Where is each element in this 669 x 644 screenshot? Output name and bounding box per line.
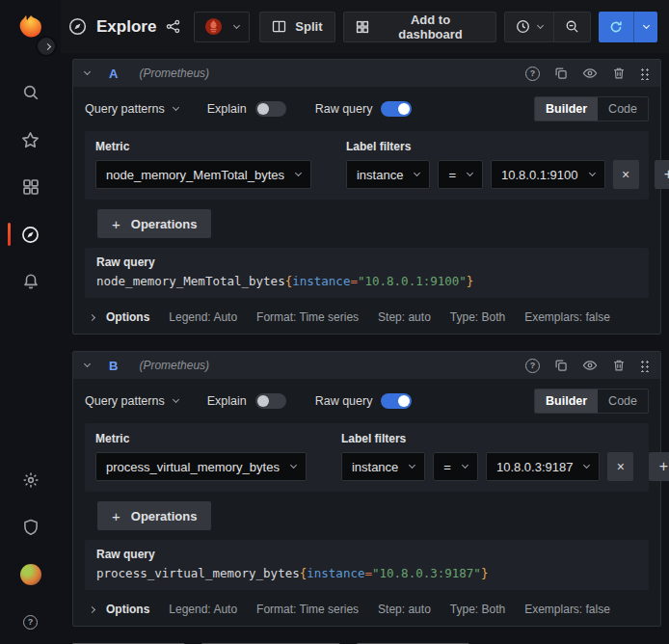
raw-query-title: Raw query [96, 255, 637, 269]
drag-handle-icon[interactable] [640, 359, 649, 372]
add-filter-button[interactable]: + [649, 452, 669, 481]
datasource-help-icon[interactable]: ? [525, 359, 540, 373]
grafana-explore-app: ? Explore [0, 0, 669, 644]
filter-value-select[interactable]: 10.8.0.1:9100 [491, 160, 605, 189]
add-operation-button[interactable]: + Operations [97, 501, 211, 530]
query-row-b: B (Prometheus) ? [72, 351, 661, 627]
chevron-down-icon [643, 21, 650, 28]
query-row-a: A (Prometheus) ? [72, 59, 661, 335]
raw-query-label: Raw query [315, 394, 373, 408]
explain-toggle[interactable] [255, 101, 286, 117]
sidebar-item-explore[interactable] [0, 224, 61, 245]
metric-select[interactable]: process_virtual_memory_bytes [95, 452, 307, 481]
query-ref-id: A [109, 67, 118, 81]
chevron-down-icon [233, 21, 240, 28]
options-collapsed-row[interactable]: Options Legend: Auto Format: Time series… [85, 600, 649, 618]
filter-operator-select[interactable]: = [438, 160, 483, 189]
query-row-b-header[interactable]: B (Prometheus) ? [73, 352, 660, 379]
explain-toggle-wrap: Explain [207, 393, 286, 409]
datasource-help-icon[interactable]: ? [525, 67, 540, 81]
query-header-actions: ? [525, 66, 649, 81]
filter-label-select[interactable]: instance [341, 452, 425, 481]
options-head: Options [88, 603, 149, 616]
options-collapsed-row[interactable]: Options Legend: Auto Format: Time series… [85, 308, 649, 326]
chevron-down-icon [173, 396, 179, 403]
query-builder-panel: Metric process_virtual_memory_bytes Labe… [85, 423, 649, 492]
raw-query-toggle[interactable] [381, 101, 412, 117]
label-filters-label: Label filters [341, 432, 669, 445]
chevron-down-icon [414, 170, 420, 176]
bell-icon [22, 273, 40, 290]
sidebar-item-dashboards[interactable] [0, 176, 61, 198]
add-operation-button[interactable]: + Operations [97, 209, 211, 238]
query-ref-id: B [109, 359, 118, 373]
zoom-out-button[interactable] [553, 13, 590, 41]
time-range-picker[interactable] [505, 13, 553, 41]
duplicate-query-icon[interactable] [554, 359, 568, 372]
query-row-a-header[interactable]: A (Prometheus) ? [73, 60, 660, 87]
remove-query-trash-icon[interactable] [612, 359, 626, 372]
share-icon[interactable] [166, 19, 180, 34]
sidebar: ? [0, 0, 61, 644]
plus-icon: + [664, 166, 669, 183]
refresh-interval-caret[interactable] [633, 12, 657, 42]
query-patterns-dropdown[interactable]: Query patterns [85, 394, 178, 408]
refresh-icon [599, 12, 633, 42]
sidebar-item-help[interactable]: ? [0, 611, 61, 632]
prometheus-logo-icon [204, 17, 223, 36]
query-datasource-name: (Prometheus) [139, 359, 209, 372]
code-tab[interactable]: Code [598, 97, 648, 121]
label-filters-field: Label filters instance = [341, 432, 669, 481]
sidebar-item-starred[interactable] [0, 129, 61, 150]
hide-response-eye-icon[interactable] [582, 358, 598, 373]
remove-filter-button[interactable]: × [613, 160, 639, 189]
chevron-down-icon [583, 462, 590, 469]
sidebar-item-configuration[interactable] [0, 470, 61, 491]
builder-tab[interactable]: Builder [535, 389, 598, 413]
chevron-down-icon [462, 462, 468, 469]
drag-handle-icon[interactable] [640, 67, 649, 80]
metric-select[interactable]: node_memory_MemTotal_bytes [95, 160, 311, 189]
add-to-dashboard-label: Add to dashboard [378, 13, 484, 41]
sidebar-item-profile[interactable] [0, 564, 61, 585]
options-legend: Legend: Auto [169, 603, 237, 616]
run-query-button[interactable] [599, 12, 657, 42]
chevron-down-icon [173, 104, 179, 111]
metric-value: process_virtual_memory_bytes [106, 460, 280, 474]
explain-label: Explain [207, 102, 247, 116]
chevron-down-icon [467, 170, 473, 176]
remove-query-trash-icon[interactable] [612, 67, 626, 80]
add-filter-button[interactable]: + [655, 160, 669, 189]
code-tab[interactable]: Code [598, 389, 648, 413]
operations-label: Operations [131, 217, 198, 231]
query-datasource-name: (Prometheus) [139, 67, 209, 80]
split-button[interactable]: Split [259, 12, 334, 42]
datasource-picker[interactable] [194, 12, 250, 42]
query-builder-panel: Metric node_memory_MemTotal_bytes Label … [85, 131, 649, 200]
sidebar-item-alerting[interactable] [0, 271, 61, 292]
close-icon: × [617, 459, 625, 474]
builder-tab[interactable]: Builder [535, 97, 598, 121]
filter-label-select[interactable]: instance [346, 160, 430, 189]
label-filter-row: instance = 10.8.0.3:9187 [341, 452, 669, 481]
options-type: Type: Both [450, 310, 505, 324]
help-icon: ? [23, 615, 38, 630]
query-patterns-dropdown[interactable]: Query patterns [85, 102, 178, 116]
explain-toggle[interactable] [255, 393, 286, 409]
raw-query-toggle[interactable] [381, 393, 412, 409]
raw-query-toggle-wrap: Raw query [315, 393, 413, 409]
sidebar-expand-button[interactable] [36, 36, 57, 57]
duplicate-query-icon[interactable] [554, 67, 568, 80]
hide-response-eye-icon[interactable] [582, 66, 598, 81]
code-close-brace: } [481, 566, 489, 580]
add-to-dashboard-button[interactable]: Add to dashboard [343, 12, 496, 42]
filter-operator-select[interactable]: = [433, 452, 478, 481]
filter-label-value: instance [357, 168, 403, 182]
filter-value-select[interactable]: 10.8.0.3:9187 [486, 452, 601, 481]
sidebar-item-admin[interactable] [0, 517, 61, 538]
time-range-group [504, 12, 591, 42]
filter-value: 10.8.0.1:9100 [501, 168, 578, 182]
operations-row: + Operations [85, 501, 649, 530]
sidebar-item-search[interactable] [0, 82, 61, 103]
remove-filter-button[interactable]: × [607, 452, 633, 481]
